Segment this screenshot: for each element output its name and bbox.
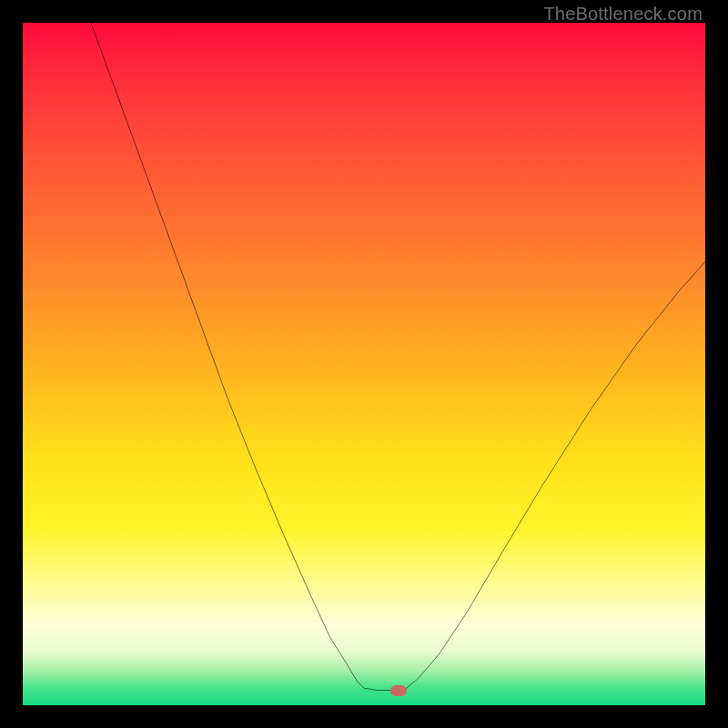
plot-area (23, 23, 705, 705)
attribution-text: TheBottleneck.com (543, 4, 703, 25)
chart-frame: TheBottleneck.com (0, 0, 728, 728)
optimal-marker (390, 685, 407, 696)
bottleneck-curve (23, 23, 705, 705)
curve-path (91, 23, 705, 691)
